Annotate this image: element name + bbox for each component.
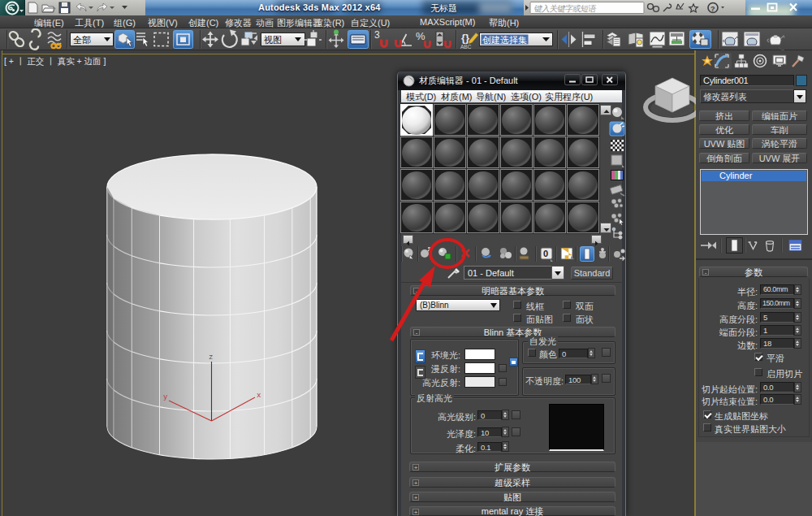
svg-text:%: %	[416, 30, 425, 42]
svg-text:创建选择集: 创建选择集	[482, 35, 527, 45]
svg-text:视图: 视图	[264, 35, 282, 45]
svg-text:3: 3	[374, 29, 380, 41]
svg-text:z: z	[209, 353, 213, 362]
svg-text:0: 0	[543, 249, 548, 258]
svg-text:?: ?	[710, 5, 715, 13]
svg-text:x: x	[257, 392, 261, 400]
svg-text:ABC: ABC	[460, 44, 472, 50]
svg-text:{}: {}	[461, 32, 469, 44]
svg-text:y: y	[163, 393, 168, 401]
svg-text:全部: 全部	[73, 35, 91, 45]
